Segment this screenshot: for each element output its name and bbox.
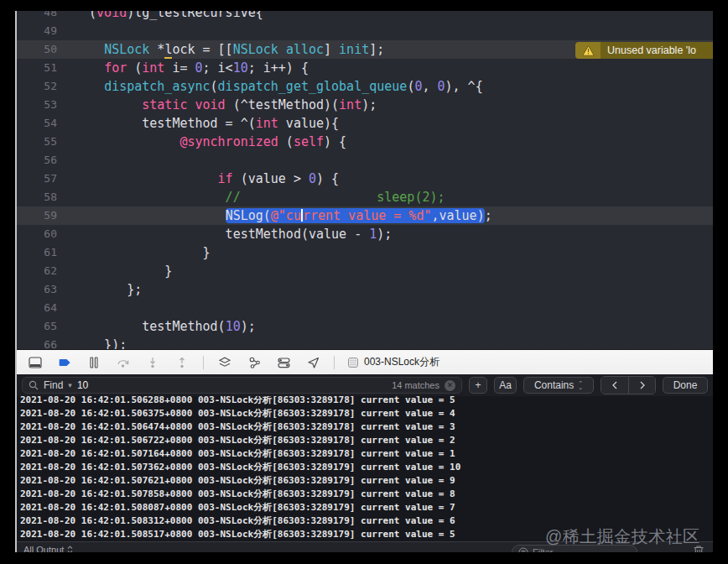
debug-toolbar: 003-NSLock分析 <box>17 349 713 374</box>
step-out-icon[interactable] <box>174 354 190 371</box>
simulate-location-icon[interactable] <box>304 354 321 371</box>
add-find-criteria-button[interactable]: + <box>469 377 487 394</box>
match-count: 14 matches <box>392 380 439 390</box>
output-scope-label: All Output <box>23 545 64 552</box>
code-line-59: 59 NSLog(@"current value = %d",value); <box>17 206 713 225</box>
pause-execution-icon[interactable] <box>86 354 102 371</box>
code-line-49: 49 <box>17 22 713 40</box>
warning-triangle-icon <box>575 42 601 59</box>
process-selector[interactable]: 003-NSLock分析 <box>347 355 439 369</box>
hide-debug-area-icon[interactable] <box>27 354 44 371</box>
code-line-55: 55 @synchronized (self) { <box>17 133 713 151</box>
console-line: 2021-08-20 16:42:01.507858+0800 003-NSLo… <box>20 488 713 501</box>
process-name: 003-NSLock分析 <box>364 355 439 369</box>
console-output[interactable]: 2021-08-20 16:42:01.506288+0800 003-NSLo… <box>17 396 713 541</box>
code-line-65: 65 testMethod(10); <box>17 317 713 336</box>
code-line-60: 60 testMethod(value - 1); <box>17 225 713 243</box>
match-style-value: Contains <box>534 379 574 391</box>
code-line-52: 52 dispatch_async(dispatch_get_global_qu… <box>17 77 713 96</box>
toolbar-separator <box>334 356 335 369</box>
console-line: 2021-08-20 16:42:01.507362+0800 003-NSLo… <box>20 461 713 474</box>
clear-search-icon[interactable]: ✕ <box>445 380 455 391</box>
chevron-up-down-icon: ⌃⌄ <box>578 381 583 389</box>
console-line: 2021-08-20 16:42:01.507164+0800 003-NSLo… <box>20 447 713 461</box>
chevron-up-down-icon <box>67 546 73 552</box>
console-lines: 2021-08-20 16:42:01.506288+0800 003-NSLo… <box>20 396 713 541</box>
find-previous-button[interactable] <box>601 377 628 394</box>
find-nav-group <box>601 376 656 394</box>
code-line-53: 53 static void (^testMethod)(int); <box>17 96 713 114</box>
toolbar-separator <box>203 356 204 369</box>
console-line: 2021-08-20 16:42:01.507621+0800 003-NSLo… <box>20 474 713 488</box>
match-case-button[interactable]: Aa <box>494 377 517 394</box>
output-scope-selector[interactable]: All Output <box>23 545 73 552</box>
code-line-62: 62 } <box>17 262 713 280</box>
console-line: 2021-08-20 16:42:01.506375+0800 003-NSLo… <box>20 407 713 420</box>
view-hierarchy-icon[interactable] <box>216 354 233 371</box>
breakpoints-toggle-icon[interactable] <box>56 354 73 371</box>
console-line: 2021-08-20 16:42:01.506288+0800 003-NSLo… <box>20 396 713 407</box>
search-icon <box>29 380 39 390</box>
code-line-64: 64 <box>17 299 713 317</box>
code-editor[interactable]: 48 (void)lg_testRecursive{4950 NSLock *l… <box>17 11 713 349</box>
step-into-icon[interactable] <box>144 354 161 371</box>
code-line-57: 57 if (value > 0) { <box>17 170 713 188</box>
memory-graph-icon[interactable] <box>246 354 263 371</box>
code-line-54: 54 testMethod = ^(int value){ <box>17 114 713 133</box>
done-button[interactable]: Done <box>663 377 708 394</box>
find-field[interactable]: Find ▾ 10 14 matches ✕ <box>22 377 462 394</box>
find-bar: Find ▾ 10 14 matches ✕ + Aa Contains ⌃⌄ … <box>17 374 713 396</box>
filter-icon <box>518 547 528 552</box>
find-mode-label[interactable]: Find <box>44 379 63 391</box>
app-chip-icon <box>347 357 359 368</box>
code-line-61: 61 } <box>17 243 713 262</box>
warning-badge[interactable]: Unused variable 'lo <box>575 42 713 59</box>
code-line-58: 58 // sleep(2); <box>17 188 713 206</box>
environment-overrides-icon[interactable] <box>275 354 292 371</box>
code-line-48: 48 (void)lg_testRecursive{ <box>17 11 713 22</box>
code-line-66: 66 }); <box>17 336 713 349</box>
code-line-63: 63 }; <box>17 280 713 299</box>
match-style-select[interactable]: Contains ⌃⌄ <box>523 377 594 394</box>
find-next-button[interactable] <box>628 377 655 394</box>
console-line: 2021-08-20 16:42:01.506474+0800 003-NSLo… <box>20 420 713 434</box>
find-query[interactable]: 10 <box>77 379 387 391</box>
chevron-down-icon: ▾ <box>68 381 72 389</box>
code-line-51: 51 for (int i= 0; i<10; i++) { <box>17 59 713 77</box>
xcode-window: 48 (void)lg_testRecursive{4950 NSLock *l… <box>15 11 713 552</box>
watermark: @稀土掘金技术社区 <box>545 525 700 548</box>
console-line: 2021-08-20 16:42:01.506722+0800 003-NSLo… <box>20 434 713 447</box>
code-lines: 48 (void)lg_testRecursive{4950 NSLock *l… <box>17 11 713 349</box>
code-line-56: 56 <box>17 151 713 170</box>
warning-text: Unused variable 'lo <box>601 42 713 59</box>
console-line: 2021-08-20 16:42:01.508087+0800 003-NSLo… <box>20 501 713 514</box>
step-over-icon[interactable] <box>115 354 132 371</box>
